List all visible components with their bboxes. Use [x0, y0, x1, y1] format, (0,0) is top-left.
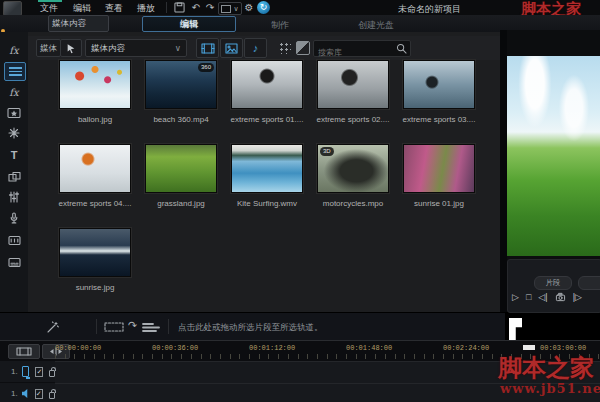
tab-edit[interactable]: 编辑	[142, 16, 236, 32]
tab-produce[interactable]: 制作	[271, 19, 289, 32]
snapshot-icon	[555, 292, 566, 302]
media-thumbnail[interactable]	[145, 144, 217, 193]
clip-mode-button[interactable]: 片段	[534, 276, 572, 290]
menu-bar: 文件 编辑 查看 播放 ↶ ↷ ∨ ⚙ ↻ 未命名的新项目 脚本之家 www.j…	[0, 0, 600, 16]
timestamp: 00:00:00:00	[55, 343, 152, 352]
playhead-marker[interactable]	[509, 318, 522, 340]
track-lock-icon[interactable]	[49, 392, 55, 399]
room-pip-button[interactable]	[4, 104, 24, 121]
library-item[interactable]: extreme sports 04....	[54, 144, 136, 228]
upgrade-button[interactable]: ↻	[257, 1, 270, 14]
view-grid-button[interactable]	[279, 42, 291, 54]
search-box	[313, 40, 411, 57]
media-filename: ballon.jpg	[54, 115, 136, 124]
media-thumbnail[interactable]	[59, 60, 131, 109]
track-lock-icon[interactable]	[49, 370, 55, 377]
library-content-dropdown[interactable]: 媒体内容 ∨	[85, 39, 187, 57]
track-manager-button[interactable]	[8, 344, 40, 359]
room-effect-button[interactable]: fx	[4, 42, 24, 59]
divider	[96, 319, 97, 334]
media-thumbnail[interactable]	[403, 60, 475, 109]
room-chapter-button[interactable]	[4, 232, 24, 249]
next-frame-button[interactable]: |▷	[573, 293, 582, 302]
media-thumbnail[interactable]: 3D	[317, 144, 389, 193]
magic-wand-button[interactable]	[46, 321, 59, 334]
room-effect2-button[interactable]: fx	[4, 84, 24, 101]
library-item[interactable]: grassland.jpg	[140, 144, 222, 228]
library-item[interactable]: 360 beach 360.mp4	[140, 60, 222, 144]
tab-create-disc[interactable]: 创建光盘	[358, 19, 394, 32]
library-item[interactable]: ballon.jpg	[54, 60, 136, 144]
media-filename: extreme sports 01....	[226, 115, 308, 124]
library-item[interactable]: extreme sports 03....	[398, 60, 480, 144]
library-item[interactable]: extreme sports 02....	[312, 60, 394, 144]
library-item[interactable]: sunrise 01.jpg	[398, 144, 480, 228]
filter-photo-toggle[interactable]	[220, 38, 243, 58]
media-filename: motorcycles.mpo	[312, 199, 394, 208]
previous-frame-button[interactable]: ◁|	[538, 293, 547, 302]
redo-button[interactable]: ↷	[203, 2, 217, 14]
aspect-ratio-dropdown[interactable]: ∨	[218, 2, 242, 15]
media-thumbnail[interactable]	[59, 228, 131, 277]
magic-wand-icon	[46, 321, 59, 334]
fx-icon: fx	[9, 87, 18, 98]
search-input[interactable]	[314, 46, 394, 59]
timestamp: 00:03:00:00	[540, 343, 600, 352]
media-thumbnail[interactable]	[231, 144, 303, 193]
library-room-popup[interactable]: 媒体内容	[48, 15, 109, 32]
sort-display-button[interactable]	[296, 41, 310, 55]
room-media-button[interactable]	[4, 62, 26, 81]
menu-file[interactable]: 文件	[40, 2, 58, 15]
library-item[interactable]: 3D motorcycles.mpo	[312, 144, 394, 228]
room-transition-button[interactable]	[4, 168, 24, 185]
library-item[interactable]: Kite Surfing.wmv	[226, 144, 308, 228]
menu-view[interactable]: 查看	[105, 2, 123, 15]
library-item[interactable]: sunrise.jpg	[54, 228, 136, 312]
media-thumbnail[interactable]: 360	[145, 60, 217, 109]
room-audio-mixing-button[interactable]	[4, 188, 24, 205]
room-voiceover-button[interactable]	[4, 210, 24, 227]
refresh-icon: ↻	[260, 3, 268, 12]
menu-play[interactable]: 播放	[137, 2, 155, 15]
divider	[166, 2, 167, 13]
save-button[interactable]	[172, 2, 186, 14]
preview-image	[507, 56, 600, 256]
track-manager-icon	[16, 347, 32, 356]
settings-button[interactable]: ⚙	[242, 2, 256, 14]
menu-edit[interactable]: 编辑	[73, 2, 91, 15]
select-tool-button[interactable]	[60, 39, 82, 57]
track-enable-checkbox[interactable]: ✓	[35, 389, 43, 399]
stop-button[interactable]: □	[526, 293, 531, 302]
film-icon	[201, 43, 215, 54]
media-thumbnail[interactable]	[403, 144, 475, 193]
panel-divider[interactable]	[500, 30, 507, 312]
media-thumbnail[interactable]	[231, 60, 303, 109]
chevron-down-icon: ∨	[233, 5, 238, 13]
library-item[interactable]: extreme sports 01....	[226, 60, 308, 144]
media-thumbnail[interactable]	[317, 60, 389, 109]
format-badge: 3D	[320, 147, 334, 156]
timeline-scroll-thumb[interactable]	[523, 345, 535, 350]
filter-video-toggle[interactable]	[196, 38, 219, 58]
movie-mode-button[interactable]	[578, 276, 600, 290]
media-library-icon	[9, 67, 22, 76]
search-icon	[396, 43, 407, 54]
app-icon[interactable]	[3, 1, 22, 16]
media-library-panel: 媒体 媒体内容 ∨ ♪	[28, 32, 500, 312]
chevron-down-icon: ∨	[175, 40, 181, 56]
media-thumbnail[interactable]	[59, 144, 131, 193]
track-target-button[interactable]	[142, 321, 160, 333]
insert-clip-button[interactable]	[104, 321, 124, 333]
room-title-button[interactable]: T	[4, 146, 24, 163]
play-button[interactable]: ▷	[512, 293, 519, 302]
media-filename: extreme sports 03....	[398, 115, 480, 124]
room-subtitle-button[interactable]	[4, 254, 24, 271]
undo-button[interactable]: ↶	[189, 2, 203, 14]
room-particle-button[interactable]	[4, 124, 24, 141]
track-enable-checkbox[interactable]: ✓	[35, 367, 43, 377]
clip-frame-icon	[104, 321, 124, 333]
watermark-site-url: www.jb51.net	[500, 381, 600, 396]
filter-music-toggle[interactable]: ♪	[244, 38, 267, 58]
drop-arrow-icon: ↷	[128, 319, 137, 332]
particle-icon	[8, 127, 20, 139]
